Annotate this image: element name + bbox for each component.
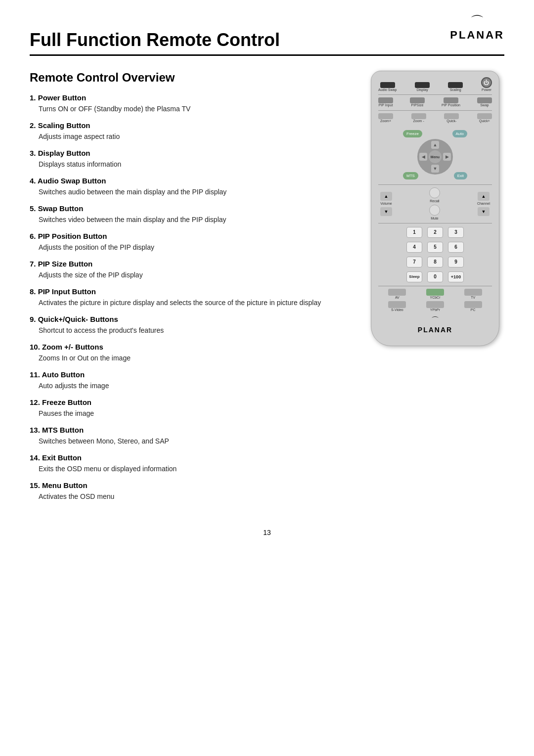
scaling-label: Scaling bbox=[450, 88, 461, 92]
item-heading: 6. PIP Position Button bbox=[30, 232, 351, 240]
audio-swap-btn[interactable] bbox=[380, 82, 395, 88]
item-desc: Pauses the image bbox=[39, 408, 351, 419]
btn-7[interactable]: 7 bbox=[406, 257, 422, 267]
item-desc: Activates the OSD menu bbox=[39, 491, 351, 502]
svideo-btn[interactable] bbox=[388, 301, 406, 308]
power-label: Power bbox=[482, 88, 491, 92]
list-item: 3. Display Button Displays status inform… bbox=[30, 149, 351, 170]
recall-btn[interactable] bbox=[429, 187, 440, 198]
nav-right-btn[interactable]: ▶ bbox=[443, 153, 451, 161]
btn-9[interactable]: 9 bbox=[448, 257, 464, 267]
btn-0[interactable]: 0 bbox=[427, 271, 443, 282]
power-btn-area: ⏻ Power bbox=[481, 77, 492, 92]
scaling-btn[interactable] bbox=[448, 82, 463, 88]
av-btn-area: AV bbox=[388, 289, 406, 300]
freeze-btn[interactable]: Freeze bbox=[403, 130, 422, 137]
item-heading: 11. Auto Button bbox=[30, 370, 351, 379]
pip-size-btn-area: PIPSize bbox=[410, 97, 425, 107]
item-desc: Activates the picture in picture display… bbox=[39, 298, 351, 308]
btn-5[interactable]: 5 bbox=[427, 242, 443, 253]
quick-minus-btn[interactable] bbox=[444, 113, 459, 119]
nav-up-btn[interactable]: ▲ bbox=[431, 141, 439, 149]
item-heading: 7. PIP Size Button bbox=[30, 260, 351, 268]
recall-label: Recall bbox=[430, 199, 439, 203]
btn-6[interactable]: 6 bbox=[448, 242, 464, 253]
volume-down-btn[interactable]: ▼ bbox=[380, 207, 392, 216]
pip-input-label: PIP Input bbox=[379, 103, 393, 107]
av-btn[interactable] bbox=[388, 289, 406, 296]
zoom-plus-label: Zoom+ bbox=[380, 119, 391, 123]
ycbcr-btn[interactable] bbox=[426, 289, 444, 296]
display-btn-area: Display bbox=[415, 82, 430, 92]
list-item: 12. Freeze Button Pauses the image bbox=[30, 398, 351, 419]
ypbpr-label: YPbPr bbox=[430, 308, 440, 312]
item-heading: 2. Scaling Button bbox=[30, 121, 351, 130]
item-desc: Turns ON or OFF (Standby mode) the Plasm… bbox=[39, 104, 351, 114]
item-heading: 15. Menu Button bbox=[30, 481, 351, 489]
btn-8[interactable]: 8 bbox=[427, 257, 443, 267]
zoom-minus-btn-area: Zoom - bbox=[411, 113, 426, 123]
list-item: 10. Zoom +/- Buttons Zooms In or Out on … bbox=[30, 343, 351, 363]
list-item: 1. Power Button Turns ON or OFF (Standby… bbox=[30, 93, 351, 114]
zoom-minus-btn[interactable] bbox=[411, 113, 426, 119]
ycbcr-label: YCbCr bbox=[430, 296, 440, 300]
svideo-btn-area: S-Video bbox=[388, 301, 406, 312]
list-item: 4. Audio Swap Button Switches audio betw… bbox=[30, 177, 351, 197]
btn-3[interactable]: 3 bbox=[448, 227, 464, 238]
svideo-label: S-Video bbox=[391, 308, 403, 312]
zoom-plus-btn[interactable] bbox=[378, 113, 393, 119]
channel-label: Channel bbox=[477, 202, 490, 206]
item-heading: 5. Swap Button bbox=[30, 204, 351, 213]
page-title: Full Function Remote Control bbox=[30, 30, 504, 56]
item-desc: Adjusts image aspect ratio bbox=[39, 132, 351, 142]
remote-logo: ⌒ PLANAR bbox=[378, 315, 492, 334]
zoom-plus-btn-area: Zoom+ bbox=[378, 113, 393, 123]
mute-btn[interactable] bbox=[429, 205, 440, 216]
page-container: ⌒ PLANAR Full Function Remote Control Re… bbox=[0, 0, 534, 566]
list-item: 2. Scaling Button Adjusts image aspect r… bbox=[30, 121, 351, 142]
swap-label: Swap bbox=[480, 103, 489, 107]
auto-btn[interactable]: Auto bbox=[452, 130, 467, 137]
btn-2[interactable]: 2 bbox=[427, 227, 443, 238]
ypbpr-btn[interactable] bbox=[426, 301, 444, 308]
pip-size-btn[interactable] bbox=[410, 97, 425, 103]
item-heading: 9. Quick+/Quick- Buttons bbox=[30, 315, 351, 323]
quick-plus-btn[interactable] bbox=[477, 113, 492, 119]
section-title: Remote Control Overview bbox=[30, 71, 351, 85]
exit-btn[interactable]: Exit bbox=[454, 172, 467, 179]
btn-100[interactable]: +100 bbox=[448, 271, 464, 282]
menu-btn[interactable]: Menu bbox=[429, 150, 442, 163]
mts-btn[interactable]: MTS bbox=[403, 172, 418, 179]
scaling-btn-area: Scaling bbox=[448, 82, 463, 92]
nav-left-btn[interactable]: ◀ bbox=[419, 153, 427, 161]
tv-btn-area: TV bbox=[464, 289, 482, 300]
item-desc: Adjusts the position of the PIP display bbox=[39, 242, 351, 253]
volume-up-btn[interactable]: ▲ bbox=[380, 192, 392, 201]
btn-1[interactable]: 1 bbox=[406, 227, 422, 238]
quick-plus-btn-area: Quick+ bbox=[477, 113, 492, 123]
pip-position-btn-area: PIP Position bbox=[442, 97, 460, 107]
remote-logo-text: PLANAR bbox=[378, 326, 492, 334]
pip-position-btn[interactable] bbox=[444, 97, 458, 103]
display-btn[interactable] bbox=[415, 82, 430, 88]
swap-btn[interactable] bbox=[477, 97, 492, 103]
channel-up-btn[interactable]: ▲ bbox=[478, 192, 490, 201]
list-item: 5. Swap Button Switches video between th… bbox=[30, 204, 351, 225]
pip-input-btn[interactable] bbox=[378, 97, 393, 103]
power-btn[interactable]: ⏻ bbox=[481, 77, 492, 88]
audio-swap-label: Audio Swap bbox=[378, 88, 397, 92]
item-heading: 14. Exit Button bbox=[30, 453, 351, 462]
list-item: 15. Menu Button Activates the OSD menu bbox=[30, 481, 351, 502]
pc-btn[interactable] bbox=[464, 301, 482, 308]
btn-sleep[interactable]: Sleep bbox=[406, 271, 422, 282]
nav-wrapper: Freeze Auto ▲ ▼ bbox=[378, 130, 492, 179]
item-heading: 12. Freeze Button bbox=[30, 398, 351, 406]
btn-4[interactable]: 4 bbox=[406, 242, 422, 253]
remote-column: Audio Swap Display Scaling ⏻ Power bbox=[366, 71, 504, 509]
channel-down-btn[interactable]: ▼ bbox=[478, 207, 490, 216]
nav-down-btn[interactable]: ▼ bbox=[431, 165, 439, 173]
tv-btn[interactable] bbox=[464, 289, 482, 296]
display-label: Display bbox=[417, 88, 428, 92]
ycbcr-btn-area: YCbCr bbox=[426, 289, 444, 300]
ypbpr-btn-area: YPbPr bbox=[426, 301, 444, 312]
